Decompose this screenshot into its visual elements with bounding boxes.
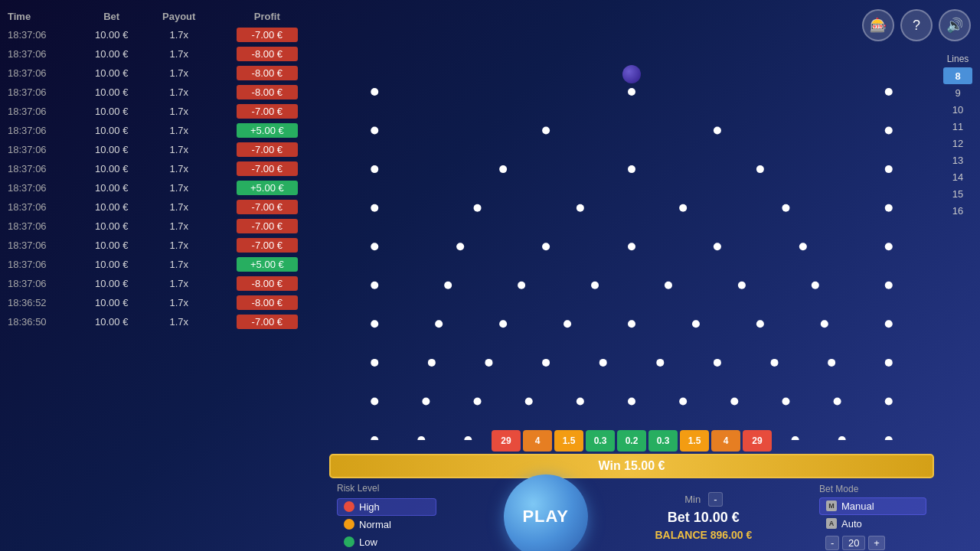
- peg: [714, 127, 721, 135]
- history-row: 18:37:0610.00 €1.7x+5.00 €: [0, 121, 322, 140]
- profit-cell: -7.00 €: [213, 197, 322, 217]
- lines-item-9[interactable]: 9: [943, 84, 972, 101]
- history-cell: 1.7x: [145, 44, 213, 64]
- history-cell: 1.7x: [145, 236, 213, 255]
- peg: [485, 359, 492, 367]
- peg: [714, 243, 721, 250]
- history-cell: 1.7x: [145, 83, 213, 102]
- peg: [422, 397, 430, 405]
- risk-dot-normal: [344, 519, 354, 530]
- peg: [679, 397, 687, 405]
- profit-cell: +5.00 €: [213, 121, 322, 140]
- history-cell: 18:37:06: [0, 140, 78, 159]
- bet-mode-label-manual: Manual: [841, 500, 874, 512]
- risk-label-high: High: [359, 501, 380, 513]
- peg: [782, 204, 789, 212]
- history-cell: 10.00 €: [78, 102, 145, 121]
- peg: [371, 359, 378, 367]
- mode-icon-manual: M: [826, 500, 837, 511]
- bet-mode-auto[interactable]: AAuto: [819, 515, 926, 533]
- auto-plus-btn[interactable]: +: [868, 536, 885, 550]
- profit-cell: -8.00 €: [213, 274, 322, 293]
- profit-cell: -7.00 €: [213, 236, 322, 255]
- sound-icon[interactable]: 🔊: [939, 9, 971, 41]
- peg: [885, 204, 893, 212]
- history-cell: 1.7x: [145, 293, 213, 312]
- min-btn[interactable]: -: [708, 492, 722, 507]
- history-cell: 10.00 €: [78, 255, 145, 274]
- multiplier-6: 1.5: [680, 430, 709, 452]
- history-cell: 1.7x: [145, 64, 213, 83]
- peg: [428, 359, 436, 367]
- bet-mode-manual[interactable]: MManual: [819, 497, 926, 515]
- peg: [599, 359, 607, 367]
- profit-cell: -8.00 €: [213, 83, 322, 102]
- lines-item-11[interactable]: 11: [943, 118, 972, 135]
- history-cell: 18:37:06: [0, 44, 78, 64]
- peg: [885, 165, 893, 173]
- auto-minus-btn[interactable]: -: [825, 536, 839, 550]
- peg: [771, 359, 779, 367]
- history-cell: 18:37:06: [0, 178, 78, 197]
- history-row: 18:37:0610.00 €1.7x-7.00 €: [0, 217, 322, 236]
- history-cell: 1.7x: [145, 140, 213, 159]
- history-cell: 18:37:06: [0, 25, 78, 44]
- history-cell: 18:36:52: [0, 293, 78, 312]
- risk-dot-low: [344, 536, 354, 547]
- risk-option-high[interactable]: High: [337, 498, 436, 516]
- risk-option-normal[interactable]: Normal: [337, 516, 436, 533]
- lines-item-8[interactable]: 8: [943, 67, 972, 84]
- play-button[interactable]: PLAY: [504, 474, 588, 551]
- lines-item-16[interactable]: 16: [943, 202, 972, 219]
- history-row: 18:37:0610.00 €1.7x-8.00 €: [0, 83, 322, 102]
- profit-cell: -8.00 €: [213, 64, 322, 83]
- history-row: 18:36:5210.00 €1.7x-8.00 €: [0, 293, 322, 312]
- history-row: 18:37:0610.00 €1.7x-8.00 €: [0, 44, 322, 64]
- profit-cell: +5.00 €: [213, 255, 322, 274]
- history-row: 18:37:0610.00 €1.7x-7.00 €: [0, 25, 322, 44]
- history-cell: 18:37:06: [0, 236, 78, 255]
- risk-option-low[interactable]: Low: [337, 533, 436, 551]
- history-cell: 1.7x: [145, 274, 213, 293]
- history-cell: 1.7x: [145, 255, 213, 274]
- lines-label: Lines: [947, 54, 969, 64]
- history-panel: TimeBetPayoutProfit 18:37:0610.00 €1.7x-…: [0, 0, 322, 551]
- peg: [577, 397, 584, 405]
- peg: [828, 359, 835, 367]
- multiplier-8: 29: [743, 430, 772, 452]
- lines-item-15[interactable]: 15: [943, 185, 972, 202]
- history-cell: 1.7x: [145, 178, 213, 197]
- bet-mode-label: Bet Mode: [819, 484, 926, 494]
- peg: [591, 282, 599, 289]
- history-cell: 18:37:06: [0, 102, 78, 121]
- history-cell: 18:36:50: [0, 312, 78, 331]
- peg: [738, 282, 746, 289]
- history-col-bet: Bet: [78, 8, 145, 25]
- profile-icon[interactable]: 🎰: [862, 9, 894, 41]
- profit-cell: -7.00 €: [213, 217, 322, 236]
- history-cell: 18:37:06: [0, 64, 78, 83]
- lines-item-14[interactable]: 14: [943, 168, 972, 185]
- lines-item-12[interactable]: 12: [943, 135, 972, 152]
- peg: [542, 359, 550, 367]
- history-cell: 1.7x: [145, 217, 213, 236]
- history-row: 18:37:0610.00 €1.7x-7.00 €: [0, 236, 322, 255]
- lines-item-13[interactable]: 13: [943, 152, 972, 168]
- history-row: 18:37:0610.00 €1.7x-8.00 €: [0, 274, 322, 293]
- peg: [885, 397, 893, 405]
- profit-cell: -7.00 €: [213, 140, 322, 159]
- help-icon[interactable]: ?: [900, 9, 933, 41]
- multipliers-row: 2941.50.30.20.31.5429: [329, 430, 934, 452]
- history-cell: 1.7x: [145, 102, 213, 121]
- history-cell: 18:37:06: [0, 159, 78, 178]
- risk-label: Risk Level: [337, 483, 436, 494]
- profit-cell: -7.00 €: [213, 159, 322, 178]
- peg: [885, 88, 893, 96]
- history-cell: 10.00 €: [78, 44, 145, 64]
- history-cell: 10.00 €: [78, 121, 145, 140]
- history-cell: 10.00 €: [78, 274, 145, 293]
- mode-icon-auto: A: [826, 518, 837, 529]
- history-row: 18:37:0610.00 €1.7x-7.00 €: [0, 197, 322, 217]
- history-cell: 18:37:06: [0, 83, 78, 102]
- lines-item-10[interactable]: 10: [943, 101, 972, 118]
